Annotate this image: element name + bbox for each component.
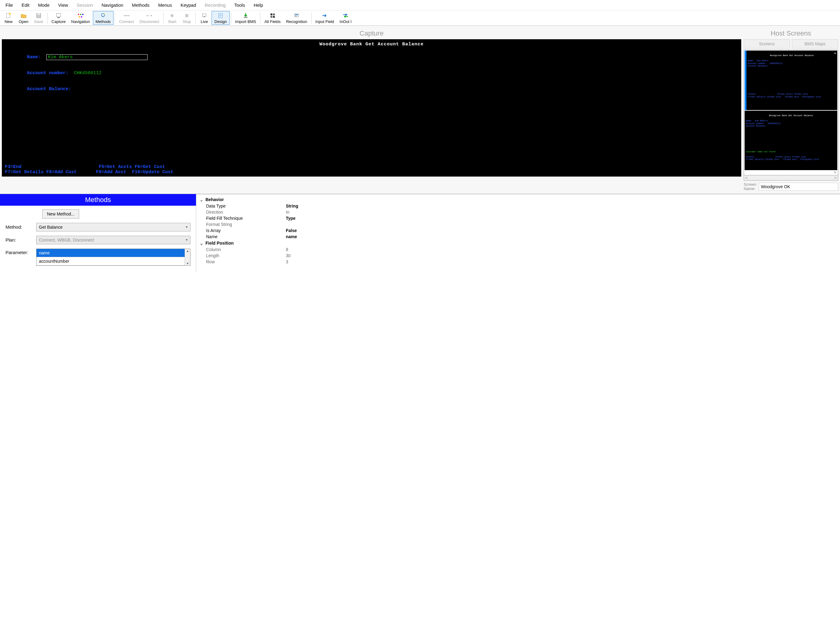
screen-name-input[interactable] (759, 183, 838, 191)
toolbar-live[interactable]: Live (197, 11, 212, 25)
toolbar-all-fields-label: All Fields (264, 19, 281, 24)
toolbar-capture[interactable]: Capture (49, 11, 68, 25)
parameter-scrollbar[interactable]: ▴ ▾ (185, 249, 190, 265)
prop-value[interactable]: Type (286, 216, 837, 221)
scroll-up-icon[interactable]: ▴ (833, 50, 837, 55)
toolbar-methods-label: Methods (96, 19, 111, 24)
toolbar-open-label: Open (19, 19, 28, 24)
design-icon (217, 13, 224, 19)
prop-value[interactable]: String (286, 203, 837, 208)
inout-icon (342, 13, 349, 19)
scroll-right-icon[interactable]: > (834, 175, 837, 180)
toolbar-input-field-label: Input Field (316, 19, 334, 24)
menu-file[interactable]: File (2, 1, 17, 9)
prop-group-behavior[interactable]: ⌄ Behavior (199, 196, 837, 203)
toolbar-save: Save (31, 11, 46, 25)
prop-value[interactable]: In (286, 210, 837, 214)
prop-name: Length (206, 253, 286, 258)
toolbar-input-field[interactable]: Input Field (313, 11, 337, 25)
toolbar-inout[interactable]: InOut I (337, 11, 354, 25)
methods-icon (99, 13, 107, 19)
scroll-left-icon[interactable]: < (745, 175, 748, 180)
toolbar-navigation[interactable]: Navigation (68, 11, 93, 25)
menu-methods[interactable]: Methods (128, 1, 153, 9)
menu-edit[interactable]: Edit (18, 1, 33, 9)
toolbar-import-bms[interactable]: Import BMS (232, 11, 259, 25)
toolbar-design[interactable]: Design (212, 11, 229, 25)
svg-rect-16 (150, 15, 152, 16)
scroll-down-icon[interactable]: ▾ (833, 170, 837, 174)
toolbar-inout-label: InOut I (339, 19, 352, 24)
capture-panel: Capture Woodgrove Bank Get Account Balan… (2, 27, 741, 191)
menu-mode[interactable]: Mode (34, 1, 54, 9)
method-combo[interactable]: Get Balance ▾ (36, 223, 191, 232)
scroll-down-icon[interactable]: ▾ (187, 262, 189, 265)
prop-group-field-position[interactable]: ⌄ Field Position (199, 240, 837, 246)
host-list-scrollbar[interactable]: ▴ ▾ (833, 50, 837, 174)
expand-icon[interactable]: ⌄ (199, 197, 204, 202)
menu-navigation[interactable]: Navigation (98, 1, 127, 9)
fkey-f6: F6=Get Cust (135, 164, 165, 170)
prop-value[interactable]: name (286, 234, 837, 239)
prop-value[interactable]: 3 (286, 259, 837, 264)
live-icon (201, 13, 208, 19)
menu-view[interactable]: View (55, 1, 72, 9)
host-list-hscroll[interactable]: < > (744, 175, 838, 181)
host-screen-thumb[interactable]: Woodgrove Bank Get Account Balance Name:… (745, 111, 837, 170)
host-screens-title: Host Screens (744, 27, 838, 39)
svg-rect-3 (38, 14, 40, 15)
toolbar-recognition[interactable]: Recognition (283, 11, 310, 25)
toolbar-new[interactable]: New (1, 11, 16, 25)
menu-help[interactable]: Help (250, 1, 267, 9)
terminal-screen[interactable]: Woodgrove Bank Get Account Balance Name:… (2, 39, 741, 177)
fkey-f8: F8=Add Cust (46, 170, 77, 175)
svg-rect-24 (270, 16, 272, 18)
tab-screens[interactable]: Screens (744, 39, 790, 49)
parameter-item-name[interactable]: name (36, 249, 185, 257)
terminal-name-field[interactable]: Kim Akers (46, 54, 147, 60)
terminal-acct-label: Account number: (27, 71, 68, 76)
svg-rect-13 (124, 15, 126, 16)
toolbar-connect: Connect (116, 11, 136, 25)
prop-value[interactable] (286, 222, 837, 227)
plan-label: Plan: (6, 237, 33, 243)
menu-keypad[interactable]: Keypad (177, 1, 200, 9)
prop-value[interactable]: False (286, 228, 837, 233)
menu-tools[interactable]: Tools (231, 1, 249, 9)
toolbar-import-bms-label: Import BMS (235, 19, 256, 24)
terminal-footer: F3=End F5=Get Accts F6=Get Cust F7=Get D… (5, 164, 738, 175)
scroll-up-icon[interactable]: ▴ (187, 249, 189, 253)
menu-session: Session (73, 1, 96, 9)
toolbar-all-fields[interactable]: All Fields (262, 11, 283, 25)
toolbar-disconnect: Disconnect (137, 11, 162, 25)
toolbar-new-label: New (5, 19, 13, 24)
prop-value[interactable]: 30 (286, 253, 837, 258)
toolbar-open[interactable]: Open (16, 11, 31, 25)
import-icon (242, 13, 249, 19)
capture-icon (55, 13, 62, 19)
terminal-name-label: Name: (27, 55, 41, 60)
parameter-item-accountnumber[interactable]: accountNumber (36, 257, 185, 265)
tab-bms-maps[interactable]: BMS Maps (792, 39, 838, 49)
host-screen-thumb[interactable]: Woodgrove Bank Get Account Balance Name:… (745, 50, 837, 110)
new-method-button[interactable]: New Method... (42, 210, 79, 219)
svg-rect-25 (273, 16, 275, 18)
prop-group-behavior-label: Behavior (205, 197, 224, 202)
prop-name: Name (206, 234, 286, 239)
menu-menus[interactable]: Menus (155, 1, 176, 9)
toolbar-methods[interactable]: Methods (93, 11, 114, 25)
open-folder-icon (20, 13, 27, 19)
toolbar-navigation-label: Navigation (71, 19, 90, 24)
methods-header: Methods (0, 194, 196, 206)
expand-icon[interactable]: ⌄ (199, 241, 204, 246)
toolbar-separator (115, 12, 115, 24)
toolbar-live-label: Live (201, 19, 208, 24)
chevron-down-icon: ▾ (186, 238, 188, 242)
svg-point-1 (9, 13, 11, 15)
host-screens-panel: Host Screens Screens BMS Maps Woodgrove … (744, 27, 838, 191)
toolbar-capture-label: Capture (52, 19, 66, 24)
menu-recording: Recording (201, 1, 229, 9)
input-field-icon (321, 13, 328, 19)
prop-value[interactable]: 8 (286, 247, 837, 252)
fkey-f5: F5=Get Accts (99, 164, 132, 170)
